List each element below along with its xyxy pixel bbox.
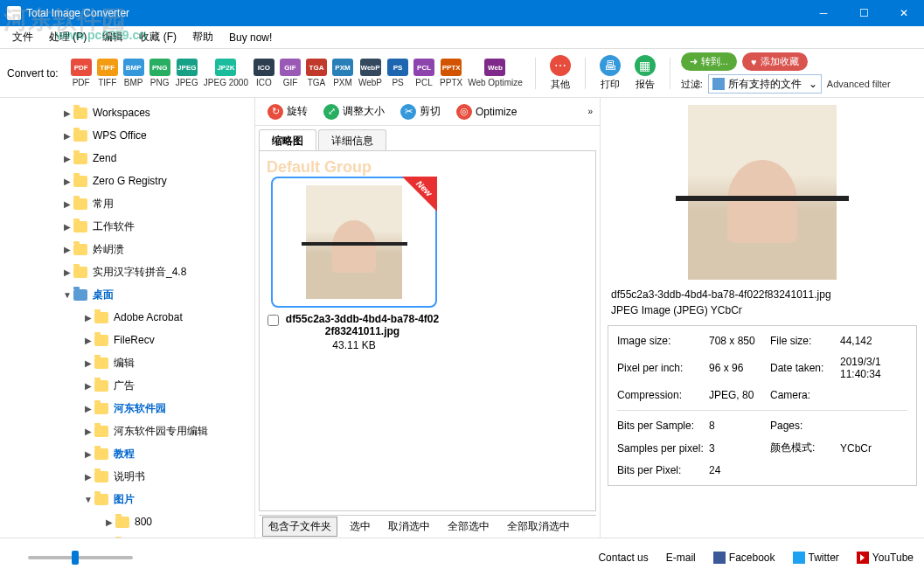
tree-arrow-icon[interactable]: ▶ [82,472,94,482]
thumbnail-area[interactable]: Default Group New df55c2a3-3ddb-4bd4-ba7… [259,150,596,511]
tree-item[interactable]: ▶Zero G Registry [0,170,254,192]
format-pcl[interactable]: PCLPCL [412,57,436,89]
tree-item[interactable]: ▶妗岄溃 [0,238,254,260]
filter-select[interactable]: 所有支持的文件 ⌄ [708,74,822,94]
format-bmp[interactable]: BMPBMP [122,57,146,89]
optimize-button[interactable]: ◎Optimize [451,101,522,122]
format-tiff[interactable]: TIFFTIFF [95,57,120,89]
selbar-item[interactable]: 全部取消选中 [502,517,575,536]
tree-arrow-icon[interactable]: ▶ [82,427,94,436]
tree-arrow-icon[interactable]: ▼ [61,290,73,300]
tree-item[interactable]: ▶Workspaces [0,101,254,124]
tree-arrow-icon[interactable]: ▼ [82,495,94,504]
tree-item[interactable]: ▶河东软件园 [0,397,254,420]
tree-arrow-icon[interactable]: ▶ [61,108,73,118]
tree-item[interactable]: ▶WPS Office [0,124,254,147]
minimize-button[interactable]: ─ [803,0,844,26]
collapse-toolbar-button[interactable]: » [587,107,593,116]
other-button[interactable]: ⋯其他 [546,53,574,93]
maximize-button[interactable]: ☐ [844,0,884,26]
format-jpeg2000[interactable]: JP2KJPEG 2000 [202,57,250,89]
close-button[interactable]: ✕ [884,0,924,26]
format-pxm[interactable]: PXMPXM [330,57,355,89]
format-tga[interactable]: TGATGA [304,57,329,89]
tree-item[interactable]: ▶河东软件园专用编辑 [0,420,254,442]
tree-item[interactable]: ▶Zend [0,147,254,170]
zoom-slider[interactable] [28,556,133,559]
slider-knob[interactable] [72,551,79,565]
tree-arrow-icon[interactable]: ▶ [61,245,73,254]
resize-button[interactable]: ⤢调整大小 [318,101,390,122]
selbar-item[interactable]: 选中 [344,517,376,536]
report-button[interactable]: ▦报告 [631,53,659,93]
email-link[interactable]: E-mail [666,552,696,564]
format-ico[interactable]: ICOICO [252,57,276,89]
tree-arrow-icon[interactable]: ▶ [82,313,94,323]
tree-item[interactable]: ▶编辑 [0,351,254,374]
tree-item[interactable]: ▶FileRecv [0,329,254,351]
format-gif[interactable]: GIFGIF [278,57,302,89]
tree-item[interactable]: ▶Adobe Acrobat [0,306,254,329]
format-webp[interactable]: WebPWebP [357,57,384,89]
menu-item[interactable]: Buy now! [222,29,279,46]
menu-item[interactable]: 编辑 [95,27,130,47]
twitter-link[interactable]: Twitter [793,552,839,564]
menu-item[interactable]: 文件 [5,27,40,47]
tree-arrow-icon[interactable]: ▶ [103,517,115,527]
tree-arrow-icon[interactable]: ▶ [82,449,94,459]
folder-tree[interactable]: ▶Workspaces▶WPS Office▶Zend▶Zero G Regis… [0,98,255,538]
menu-item[interactable]: 帮助 [185,27,220,47]
tree-item[interactable]: ▶工作软件 [0,215,254,238]
tree-item[interactable]: ▶实用汉字转拼音_4.8 [0,260,254,283]
tree-arrow-icon[interactable]: ▶ [61,222,73,232]
tree-item[interactable]: ▶800 [0,510,254,533]
selbar-item[interactable]: 取消选中 [383,517,435,536]
resize-label: 调整大小 [343,104,385,119]
tree-arrow-icon[interactable]: ▶ [82,381,94,391]
tree-item[interactable]: ▼桌面 [0,283,254,306]
tree-arrow-icon[interactable]: ▶ [82,358,94,368]
contact-link[interactable]: Contact us [598,552,648,564]
format-png[interactable]: PNGPNG [148,57,172,89]
tree-arrow-icon[interactable]: ▶ [61,177,73,186]
format-weboptimize[interactable]: WebWeb Optimize [466,57,525,89]
tree-item[interactable]: ▶AutoCAD注册机 [0,533,254,538]
tab-details[interactable]: 详细信息 [318,129,386,150]
thumbnail-item[interactable]: New df55c2a3-3ddb-4bd4-ba78-4f022f832410… [267,177,441,351]
format-jpeg[interactable]: JPEGJPEG [174,57,200,89]
tree-item[interactable]: ▶教程 [0,442,254,465]
format-pdf[interactable]: PDFPDF [69,57,94,89]
tree-arrow-icon[interactable]: ▶ [61,154,73,163]
advanced-filter-link[interactable]: Advanced filter [827,79,891,89]
add-favorite-button[interactable]: ♥添加收藏 [742,52,808,71]
tree-item[interactable]: ▼图片 [0,488,254,510]
report-label: 报告 [636,78,655,91]
tree-item[interactable]: ▶常用 [0,192,254,215]
tree-arrow-icon[interactable]: ▶ [82,404,94,413]
format-pptx[interactable]: PPTXPPTX [438,57,464,89]
tree-item[interactable]: ▶广告 [0,374,254,397]
selbar-item[interactable]: 全部选中 [442,517,495,536]
tab-thumbnails[interactable]: 缩略图 [259,129,316,150]
print-button[interactable]: 🖶打印 [596,53,624,93]
tree-item[interactable]: ▶说明书 [0,465,254,488]
footer: Contact us E-mail Facebook Twitter YouTu… [0,538,924,576]
crop-button[interactable]: ✂剪切 [395,101,446,122]
facebook-link[interactable]: Facebook [713,552,775,564]
format-ps[interactable]: PSPS [386,57,410,89]
menu-item[interactable]: 处理 (P) [42,27,94,47]
selbar-item[interactable]: 包含子文件夹 [262,517,337,537]
thumbnail-checkbox[interactable] [267,315,279,326]
menu-item[interactable]: 收藏 (F) [132,27,184,47]
filter-value: 所有支持的文件 [728,77,802,92]
bps-value: 8 [709,420,770,432]
goto-button[interactable]: ➜转到... [681,52,737,71]
tree-arrow-icon[interactable]: ▶ [82,336,94,345]
tree-arrow-icon[interactable]: ▶ [61,131,73,141]
tree-arrow-icon[interactable]: ▶ [61,267,73,277]
format-icon: ICO [254,59,274,76]
youtube-link[interactable]: YouTube [857,552,914,564]
rotate-button[interactable]: ↻旋转 [262,101,313,122]
tree-arrow-icon[interactable]: ▶ [61,199,73,209]
thumbnail-frame[interactable]: New [271,177,437,308]
